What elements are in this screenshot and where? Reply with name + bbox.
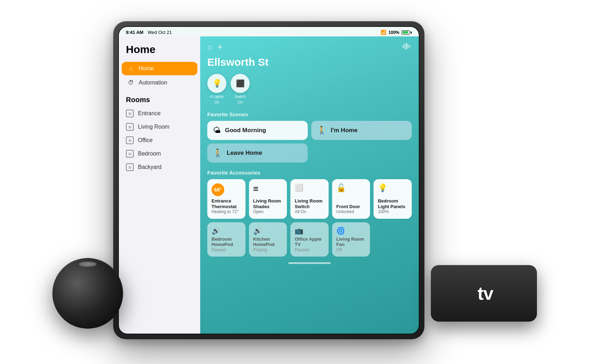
kitchen-homepod-icon: 🔊 [253,227,283,235]
shades-name: Living Room Shades [253,198,283,209]
apple-tv-device: tv [431,265,544,329]
sidebar-item-home[interactable]: ⌂ Home [122,62,197,75]
lr-switch-name: Living Room Switch [295,198,324,209]
room-icon-living-room: ⊞ [126,123,134,131]
battery-icon [401,30,412,35]
acc-bedroom-light-panels[interactable]: 💡 Bedroom Light Panels 100% [374,179,412,219]
thermostat-badge: 68° [212,183,224,196]
lights-icon-circle: 💡 [207,74,226,93]
room-bedroom[interactable]: ⊞ Bedroom [119,147,200,160]
lr-fan-status: Off [336,247,366,252]
sidebar: Home ⌂ Home ⏱ Automation Rooms [119,36,200,334]
scene-good-morning[interactable]: 🌤 Good Morning [207,121,308,140]
thermostat-name: Entrance Thermostat [212,198,241,209]
main-content: ⌂ + [200,36,419,334]
add-icon[interactable]: + [218,42,222,52]
bedroom-homepod-icon: 🔊 [212,227,241,235]
sidebar-item-automation[interactable]: ⏱ Automation [122,76,197,89]
room-backyard[interactable]: ⊞ Backyard [119,160,200,174]
lock-icon: 🔓 [336,183,366,193]
ipad-bezel: 9:41 AM Wed Oct 21 📶 100% [118,26,420,334]
battery-percentage: 100% [388,30,399,35]
good-morning-name: Good Morning [225,127,266,134]
apple-tv-text-label: tv [478,283,493,304]
rooms-section-title: Rooms [119,90,200,107]
front-door-name: Front Door [336,204,366,210]
ipad-device: 9:41 AM Wed Oct 21 📶 100% [113,21,424,339]
home-nav-icon: ⌂ [127,65,134,72]
sidebar-home-label: Home [139,65,154,72]
switch-icon-circle: ⬛ [231,74,250,93]
home-app: Home ⌂ Home ⏱ Automation Rooms [119,36,419,334]
acc-bedroom-homepod[interactable]: 🔊 Bedroom HomePod Paused [207,222,245,257]
lights-label-line1: 4 Lights [210,94,224,99]
room-entrance[interactable]: ⊞ Entrance [119,107,200,120]
room-icon-office: ⊞ [126,136,134,144]
kitchen-homepod-name: Kitchen HomePod [253,236,283,247]
office-tv-name: Office Apple TV [295,236,324,247]
acc-kitchen-homepod[interactable]: 🔊 Kitchen HomePod Playing [249,222,287,257]
automation-nav-icon: ⏱ [127,80,134,86]
acc-front-door[interactable]: 🔓 Front Door Unlocked [332,179,370,219]
quick-switch[interactable]: ⬛ Switch On [231,74,250,104]
acc-living-room-fan[interactable]: 🌀 Living Room Fan Off [332,222,370,257]
room-living-room[interactable]: ⊞ Living Room [119,120,200,134]
homepod-mini-mesh [52,258,123,329]
apple-tv-icon: 📺 [295,227,324,235]
room-icon-backyard: ⊞ [126,163,134,171]
acc-office-apple-tv[interactable]: 📺 Office Apple TV Paused [290,222,329,257]
room-label-living-room: Living Room [138,124,169,130]
im-home-name: I'm Home [331,127,358,134]
scroll-indicator [207,262,412,264]
sidebar-automation-label: Automation [139,80,167,86]
acc-living-room-shades[interactable]: ≡ Living Room Shades Open [249,179,287,219]
scene-leave-home[interactable]: 🚶 Leave Home [207,143,308,163]
acc-entrance-thermostat[interactable]: 68° Entrance Thermostat Heating to 72° [207,179,245,219]
thermostat-status: Heating to 72° [212,209,241,214]
fan-icon: 🌀 [336,227,366,235]
shades-status: Open [253,209,283,214]
apple-tv-body: tv [431,265,537,322]
ipad-screen: 9:41 AM Wed Oct 21 📶 100% [119,27,419,334]
top-bar: ⌂ + [207,42,412,52]
office-tv-status: Paused [295,247,324,252]
status-time: 9:41 AM [126,30,143,35]
svg-rect-5 [409,45,410,48]
bedroom-lights-name: Bedroom Light Panels [378,198,407,209]
scene-im-home[interactable]: 🚶 I'm Home [311,121,412,140]
svg-rect-2 [405,43,405,49]
ipad-frame: 9:41 AM Wed Oct 21 📶 100% [113,21,424,339]
home-icon[interactable]: ⌂ [207,42,212,52]
wifi-icon: 📶 [381,30,386,35]
scenes-grid: 🌤 Good Morning 🚶 I'm Home 🚶 Leave Home [207,121,412,163]
bedroom-lights-status: 100% [378,209,407,214]
acc-living-room-switch[interactable]: ⬜ Living Room Switch All On [290,179,329,219]
room-label-entrance: Entrance [138,110,161,117]
status-bar: 9:41 AM Wed Oct 21 📶 100% [119,27,419,36]
scroll-bar [288,262,331,264]
room-icon-entrance: ⊞ [126,110,134,117]
location-title: Ellsworth St [207,56,412,68]
leave-home-icon: 🚶 [213,148,222,158]
svg-rect-6 [410,46,411,47]
empty-slot [374,222,412,257]
sidebar-title: Home [119,43,200,61]
siri-icon[interactable] [402,42,412,52]
apple-tv-logo: tv [475,283,493,304]
switch-icon: ⬜ [295,183,324,192]
status-icons: 📶 100% [381,30,412,35]
favorite-scenes-label: Favorite Scenes [207,111,412,117]
room-office[interactable]: ⊞ Office [119,134,200,147]
favorite-accessories-label: Favorite Accessories [207,170,412,176]
svg-rect-3 [406,43,407,50]
quick-lights[interactable]: 💡 4 Lights On [207,74,226,104]
svg-rect-0 [402,46,403,47]
front-door-status: Unlocked [336,209,366,214]
switch-label-line1: Switch [235,94,246,99]
light-panels-icon: 💡 [378,183,407,193]
bedroom-homepod-name: Bedroom HomePod [212,236,241,247]
leave-home-name: Leave Home [227,149,262,157]
room-label-bedroom: Bedroom [138,151,161,157]
shades-icon: ≡ [253,183,283,194]
homepod-mini-body [52,258,123,329]
